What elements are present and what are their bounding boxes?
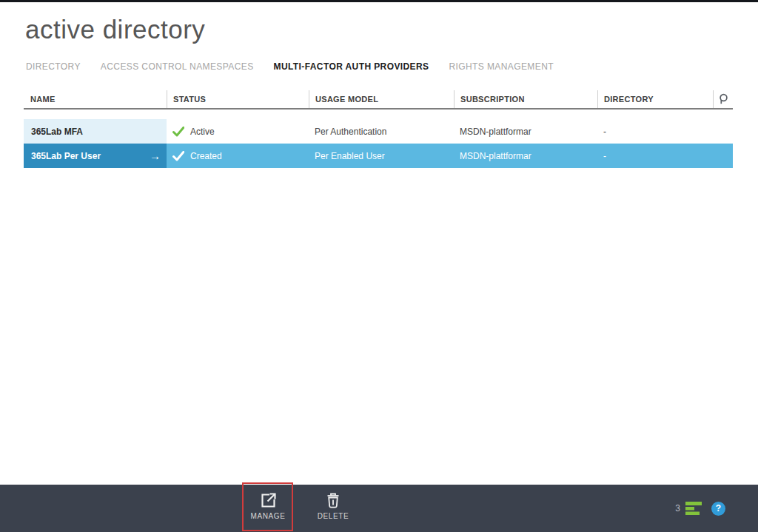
status-bars-icon[interactable] <box>685 502 702 515</box>
tab-access-control-namespaces[interactable]: ACCESS CONTROL NAMESPACES <box>101 61 254 72</box>
manage-button[interactable]: MANAGE <box>243 489 293 529</box>
column-header-directory: DIRECTORY <box>597 90 713 108</box>
row-detail-arrow-icon[interactable]: → <box>150 150 161 161</box>
operation-count: 3 <box>675 503 680 514</box>
open-external-icon <box>259 491 277 509</box>
window-top-edge <box>0 0 758 2</box>
row-name-label: 365Lab Per User <box>31 151 101 161</box>
search-icon <box>717 92 730 106</box>
status-area: 3 ? <box>675 485 725 532</box>
row-name-cell[interactable]: 365Lab MFA <box>24 119 167 144</box>
column-header-usage-model: USAGE MODEL <box>309 90 454 108</box>
manage-button-label: MANAGE <box>251 512 286 520</box>
column-header-subscription: SUBSCRIPTION <box>454 90 597 108</box>
table-row[interactable]: 365Lab MFA Active Per Authentication MSD… <box>24 119 733 144</box>
row-name-cell[interactable]: 365Lab Per User → <box>24 144 167 168</box>
row-usage-model-cell: Per Enabled User <box>309 144 454 168</box>
checkmark-icon <box>172 127 184 137</box>
delete-button-label: DELETE <box>318 512 349 520</box>
tab-rights-management[interactable]: RIGHTS MANAGEMENT <box>449 61 553 72</box>
help-button-label: ? <box>716 503 721 514</box>
table-body: 365Lab MFA Active Per Authentication MSD… <box>24 119 733 168</box>
help-button[interactable]: ? <box>711 502 725 516</box>
row-name-label: 365Lab MFA <box>31 127 83 137</box>
providers-table: NAME STATUS USAGE MODEL SUBSCRIPTION DIR… <box>24 90 733 168</box>
search-button[interactable] <box>713 90 733 108</box>
column-header-status: STATUS <box>167 90 309 108</box>
row-directory-cell: - <box>597 119 713 144</box>
row-status-label: Created <box>190 151 222 161</box>
trash-icon <box>324 491 342 509</box>
row-subscription-cell: MSDN-plattformar <box>454 119 597 144</box>
row-subscription-cell: MSDN-plattformar <box>454 144 597 168</box>
page-title: active directory <box>25 15 205 44</box>
table-row-selected[interactable]: 365Lab Per User → Created Per Enabled Us… <box>24 144 733 168</box>
row-directory-cell: - <box>597 144 713 168</box>
row-status-cell: Created <box>167 144 309 168</box>
delete-button[interactable]: DELETE <box>308 489 358 529</box>
row-status-cell: Active <box>167 119 309 144</box>
column-header-name: NAME <box>24 90 167 108</box>
checkmark-icon <box>172 151 184 161</box>
command-bar: MANAGE DELETE 3 ? <box>0 485 758 532</box>
row-status-label: Active <box>190 127 215 137</box>
tab-directory[interactable]: DIRECTORY <box>26 61 81 72</box>
row-usage-model-cell: Per Authentication <box>309 119 454 144</box>
tab-bar: DIRECTORY ACCESS CONTROL NAMESPACES MULT… <box>26 61 554 72</box>
row-spacer-cell <box>713 119 733 144</box>
row-spacer-cell <box>713 144 733 168</box>
table-header-row: NAME STATUS USAGE MODEL SUBSCRIPTION DIR… <box>24 90 733 110</box>
tab-multi-factor-auth-providers[interactable]: MULTI-FACTOR AUTH PROVIDERS <box>274 61 429 72</box>
